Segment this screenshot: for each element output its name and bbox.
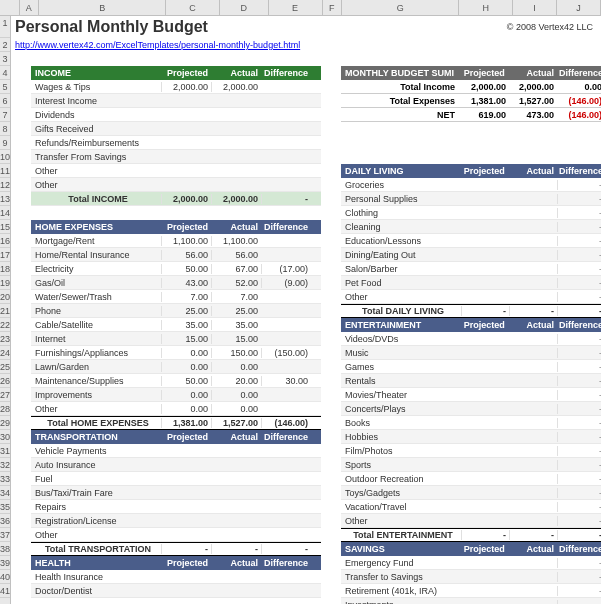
section-header: HOME EXPENSESProjectedActualDifference bbox=[31, 220, 321, 234]
col-a[interactable]: A bbox=[20, 0, 40, 15]
table-row[interactable]: Doctor/Dentist bbox=[31, 584, 321, 598]
table-row[interactable]: Improvements0.000.00 bbox=[31, 388, 321, 402]
table-row[interactable]: Sports- bbox=[341, 458, 601, 472]
table-row[interactable]: Other bbox=[31, 178, 321, 192]
table-row[interactable]: Film/Photos- bbox=[341, 444, 601, 458]
table-row[interactable]: Vacation/Travel- bbox=[341, 500, 601, 514]
summary-header: MONTHLY BUDGET SUMIProjectedActualDiffer… bbox=[341, 66, 601, 80]
table-row[interactable]: Gas/Oil43.0052.00(9.00) bbox=[31, 276, 321, 290]
table-row[interactable]: Fuel bbox=[31, 472, 321, 486]
section-header: ENTERTAINMENTProjectedActualDifference bbox=[341, 318, 601, 332]
table-row[interactable]: Groceries- bbox=[341, 178, 601, 192]
table-row[interactable]: Interest Income bbox=[31, 94, 321, 108]
section-header: TRANSPORTATIONProjectedActualDifference bbox=[31, 430, 321, 444]
table-row[interactable]: Salon/Barber- bbox=[341, 262, 601, 276]
table-row[interactable]: Other bbox=[31, 528, 321, 542]
table-row[interactable]: Phone25.0025.00 bbox=[31, 304, 321, 318]
table-row[interactable]: Bus/Taxi/Train Fare bbox=[31, 486, 321, 500]
table-row[interactable]: Electricity50.0067.00(17.00) bbox=[31, 262, 321, 276]
table-row[interactable]: Personal Supplies- bbox=[341, 192, 601, 206]
table-row[interactable]: Dividends bbox=[31, 108, 321, 122]
table-row[interactable]: Videos/DVDs- bbox=[341, 332, 601, 346]
table-row[interactable]: Furnishings/Appliances0.00150.00(150.00) bbox=[31, 346, 321, 360]
table-row[interactable]: Water/Sewer/Trash7.007.00 bbox=[31, 290, 321, 304]
section-header: SAVINGSProjectedActualDifference bbox=[341, 542, 601, 556]
table-row[interactable]: Outdoor Recreation- bbox=[341, 472, 601, 486]
total-row: Total HOME EXPENSES1,381.001,527.00(146.… bbox=[31, 416, 321, 430]
table-row[interactable]: Other- bbox=[341, 290, 601, 304]
table-row[interactable]: Games- bbox=[341, 360, 601, 374]
table-row[interactable]: Retirement (401k, IRA)- bbox=[341, 584, 601, 598]
table-row[interactable]: Rentals- bbox=[341, 374, 601, 388]
template-link[interactable]: http://www.vertex42.com/ExcelTemplates/p… bbox=[11, 40, 300, 50]
column-headers: A B C D E F G H I J bbox=[0, 0, 601, 16]
section-header: DAILY LIVINGProjectedActualDifference bbox=[341, 164, 601, 178]
table-row[interactable]: Maintenance/Supplies50.0020.0030.00 bbox=[31, 374, 321, 388]
table-row[interactable]: Mortgage/Rent1,100.001,100.00 bbox=[31, 234, 321, 248]
table-row[interactable]: Clothing- bbox=[341, 206, 601, 220]
table-row[interactable]: Registration/License bbox=[31, 514, 321, 528]
table-row[interactable]: Gifts Received bbox=[31, 122, 321, 136]
table-row[interactable]: Cable/Satellite35.0035.00 bbox=[31, 318, 321, 332]
col-g[interactable]: G bbox=[342, 0, 459, 15]
col-e[interactable]: E bbox=[269, 0, 323, 15]
table-row[interactable]: Health Insurance bbox=[31, 570, 321, 584]
table-row[interactable]: Education/Lessons- bbox=[341, 234, 601, 248]
table-row[interactable]: Dining/Eating Out- bbox=[341, 248, 601, 262]
table-row[interactable]: Home/Rental Insurance56.0056.00 bbox=[31, 248, 321, 262]
table-row[interactable]: Hobbies- bbox=[341, 430, 601, 444]
table-row[interactable]: Pet Food- bbox=[341, 276, 601, 290]
summary-row: Total Income2,000.002,000.000.00 bbox=[341, 80, 601, 94]
section-header: HEALTHProjectedActualDifference bbox=[31, 556, 321, 570]
table-row[interactable]: Music- bbox=[341, 346, 601, 360]
col-j[interactable]: J bbox=[557, 0, 601, 15]
table-row[interactable]: Other0.000.00 bbox=[31, 402, 321, 416]
page-title: Personal Monthly Budget bbox=[11, 18, 208, 36]
table-row[interactable]: Lawn/Garden0.000.00 bbox=[31, 360, 321, 374]
total-row: Total ENTERTAINMENT--- bbox=[341, 528, 601, 542]
col-i[interactable]: I bbox=[513, 0, 557, 15]
summary-row: Total Expenses1,381.001,527.00(146.00) bbox=[341, 94, 601, 108]
col-d[interactable]: D bbox=[220, 0, 269, 15]
section-header: INCOMEProjectedActualDifference bbox=[31, 66, 321, 80]
total-row: Total DAILY LIVING--- bbox=[341, 304, 601, 318]
table-row[interactable]: Auto Insurance bbox=[31, 458, 321, 472]
table-row[interactable]: Emergency Fund- bbox=[341, 556, 601, 570]
spreadsheet: A B C D E F G H I J 12345678910111213141… bbox=[0, 0, 601, 604]
table-row[interactable]: Transfer to Savings- bbox=[341, 570, 601, 584]
row-numbers: 1234567891011121314151617181920212223242… bbox=[0, 16, 11, 604]
table-row[interactable]: Books- bbox=[341, 416, 601, 430]
total-row: Total TRANSPORTATION--- bbox=[31, 542, 321, 556]
copyright: © 2008 Vertex42 LLC bbox=[507, 22, 593, 32]
total-row: Total INCOME2,000.002,000.00- bbox=[31, 192, 321, 206]
table-row[interactable]: Vehicle Payments bbox=[31, 444, 321, 458]
table-row[interactable]: Movies/Theater- bbox=[341, 388, 601, 402]
col-b[interactable]: B bbox=[39, 0, 166, 15]
right-column: MONTHLY BUDGET SUMIProjectedActualDiffer… bbox=[341, 66, 601, 604]
table-row[interactable]: Internet15.0015.00 bbox=[31, 332, 321, 346]
col-f[interactable]: F bbox=[323, 0, 343, 15]
table-row[interactable]: Refunds/Reimbursements bbox=[31, 136, 321, 150]
left-column: INCOMEProjectedActualDifferenceWages & T… bbox=[31, 66, 321, 604]
table-row[interactable]: Concerts/Plays- bbox=[341, 402, 601, 416]
table-row[interactable]: Investments- bbox=[341, 598, 601, 604]
table-row[interactable]: Wages & Tips2,000.002,000.00 bbox=[31, 80, 321, 94]
col-h[interactable]: H bbox=[459, 0, 513, 15]
table-row[interactable]: Other- bbox=[341, 514, 601, 528]
table-row[interactable]: Transfer From Savings bbox=[31, 150, 321, 164]
table-row[interactable]: Toys/Gadgets- bbox=[341, 486, 601, 500]
table-row[interactable]: Cleaning- bbox=[341, 220, 601, 234]
col-c[interactable]: C bbox=[166, 0, 220, 15]
summary-row: NET619.00473.00(146.00) bbox=[341, 108, 601, 122]
table-row[interactable]: Repairs bbox=[31, 500, 321, 514]
table-row[interactable]: Other bbox=[31, 164, 321, 178]
